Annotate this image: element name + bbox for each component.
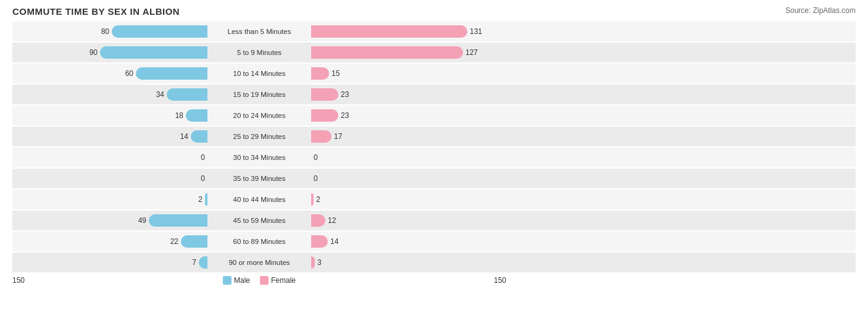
male-value: 14 [173, 132, 188, 141]
row-label: 25 to 29 Minutes [210, 133, 309, 140]
row-label: 10 to 14 Minutes [210, 70, 309, 77]
row-label: 20 to 24 Minutes [210, 112, 309, 119]
male-value: 0 [190, 153, 205, 162]
left-section: 7 [12, 256, 210, 269]
right-bar-container: 127 [311, 46, 506, 59]
row-label: 5 to 9 Minutes [210, 49, 309, 56]
female-value: 23 [341, 90, 356, 99]
female-legend-box [260, 276, 269, 285]
left-bar-container: 0 [12, 151, 207, 164]
row-label: 40 to 44 Minutes [210, 196, 309, 203]
female-bar [311, 25, 467, 38]
left-bar-container: 49 [12, 214, 207, 227]
legend-female: Female [260, 276, 296, 285]
right-section: 2 [309, 193, 506, 206]
chart-title: COMMUTE TIME BY SEX IN ALBION [12, 6, 180, 17]
row-label: 35 to 39 Minutes [210, 175, 309, 182]
female-value: 2 [316, 195, 331, 204]
male-value: 18 [169, 111, 183, 120]
left-section: 60 [12, 67, 210, 80]
right-bar-container: 14 [311, 235, 506, 248]
male-bar [199, 256, 207, 269]
bar-row: 2 40 to 44 Minutes 2 [12, 190, 856, 209]
left-bar-container: 18 [12, 109, 207, 122]
female-value: 131 [470, 27, 485, 36]
right-bar-container: 12 [311, 214, 506, 227]
right-bar-container: 2 [311, 193, 506, 206]
male-bar [112, 25, 207, 38]
bar-row: 22 60 to 89 Minutes 14 [12, 232, 856, 251]
female-value: 0 [314, 174, 328, 183]
chart-area: 80 Less than 5 Minutes 131 90 5 to 9 Min… [12, 22, 856, 272]
row-label: 15 to 19 Minutes [210, 91, 309, 98]
right-section: 0 [309, 172, 506, 185]
female-value: 17 [334, 132, 349, 141]
bar-row: 60 10 to 14 Minutes 15 [12, 64, 856, 83]
female-value: 127 [465, 48, 480, 57]
male-value: 34 [149, 90, 164, 99]
left-bar-container: 14 [12, 130, 207, 143]
male-bar [205, 193, 207, 206]
male-bar [186, 109, 207, 122]
right-bar-container: 15 [311, 67, 506, 80]
left-section: 80 [12, 25, 210, 38]
left-section: 34 [12, 88, 210, 101]
left-bar-container: 60 [12, 67, 207, 80]
right-section: 15 [309, 67, 506, 80]
row-label: 30 to 34 Minutes [210, 154, 309, 161]
left-bar-container: 90 [12, 46, 207, 59]
bar-row: 0 30 to 34 Minutes 0 [12, 148, 856, 167]
male-value: 7 [182, 258, 196, 267]
female-bar [311, 256, 315, 269]
row-label: 45 to 59 Minutes [210, 217, 309, 224]
source-text: Source: ZipAtlas.com [785, 6, 856, 15]
right-section: 17 [309, 130, 506, 143]
bar-row: 7 90 or more Minutes 3 [12, 253, 856, 272]
male-bar [149, 214, 207, 227]
left-section: 14 [12, 130, 210, 143]
male-value: 80 [94, 27, 109, 36]
female-bar [311, 130, 332, 143]
row-label: 60 to 89 Minutes [210, 238, 309, 245]
female-value: 12 [328, 216, 343, 225]
right-section: 14 [309, 235, 506, 248]
left-section: 2 [12, 193, 210, 206]
right-section: 131 [309, 25, 506, 38]
right-section: 3 [309, 256, 506, 269]
row-label: 90 or more Minutes [210, 259, 309, 266]
left-section: 18 [12, 109, 210, 122]
female-value: 0 [314, 153, 328, 162]
male-bar [191, 130, 207, 143]
female-bar [311, 235, 328, 248]
right-bar-container: 23 [311, 109, 506, 122]
axis-left-label: 150 [12, 276, 210, 285]
right-bar-container: 17 [311, 130, 506, 143]
female-bar [311, 88, 338, 101]
female-value: 3 [317, 258, 332, 267]
male-legend-label: Male [234, 276, 250, 285]
right-bar-container: 3 [311, 256, 506, 269]
male-value: 2 [188, 195, 202, 204]
male-value: 22 [164, 237, 178, 246]
bar-row: 14 25 to 29 Minutes 17 [12, 127, 856, 146]
male-value: 60 [119, 69, 133, 78]
male-bar [167, 88, 207, 101]
female-value: 14 [330, 237, 345, 246]
bar-row: 80 Less than 5 Minutes 131 [12, 22, 856, 41]
left-bar-container: 2 [12, 193, 207, 206]
female-bar [311, 67, 329, 80]
male-value: 90 [83, 48, 98, 57]
male-bar [181, 235, 207, 248]
left-bar-container: 7 [12, 256, 207, 269]
male-bar [136, 67, 207, 80]
legend-male: Male [223, 276, 250, 285]
female-bar [311, 109, 338, 122]
female-value: 15 [332, 69, 346, 78]
male-legend-box [223, 276, 232, 285]
female-value: 23 [341, 111, 356, 120]
left-section: 22 [12, 235, 210, 248]
right-bar-container: 0 [311, 151, 506, 164]
right-bar-container: 23 [311, 88, 506, 101]
axis-row: 150 Male Female 150 [12, 276, 856, 285]
left-bar-container: 34 [12, 88, 207, 101]
